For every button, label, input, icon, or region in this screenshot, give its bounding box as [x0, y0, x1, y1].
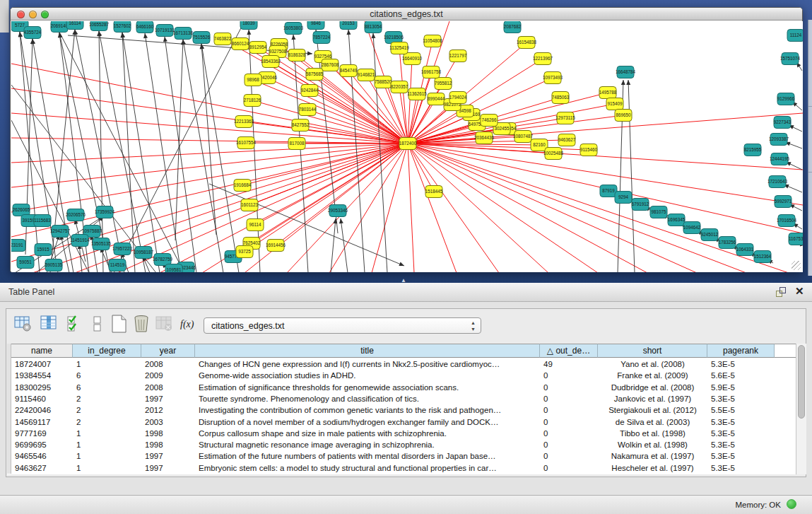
table-row[interactable]: 977716911998Corpus callosum shape and si…: [11, 428, 796, 440]
graph-node-label: 20364436: [474, 135, 495, 140]
table-row[interactable]: 969969511998Structural magnetic resonanc…: [11, 439, 796, 451]
graph-node-label: 1916684: [234, 182, 252, 187]
cell-year: 1997: [141, 393, 195, 405]
graph-edge[interactable]: [373, 33, 387, 272]
graph-edge[interactable]: [201, 44, 239, 272]
graph-edge[interactable]: [408, 144, 414, 272]
graph-node-label: 16154838: [517, 40, 537, 45]
graph-edge[interactable]: [114, 21, 245, 272]
column-header-in_degree[interactable]: in_degree: [73, 344, 141, 358]
table-row[interactable]: 2242004622012Investigating the contribut…: [11, 404, 796, 416]
cell-pagerank: 5.3E-5: [707, 358, 775, 370]
graph-node-label: 9463627: [558, 137, 576, 142]
graph-edge[interactable]: [408, 144, 598, 272]
table-row[interactable]: 911546021997Tourette syndrome. Phenomeno…: [11, 393, 796, 405]
graph-node-label: 869650: [616, 112, 631, 117]
column-header-pagerank[interactable]: pagerank: [707, 344, 775, 358]
float-panel-icon[interactable]: [776, 287, 787, 298]
memory-ok-indicator: [787, 499, 796, 509]
graph-node-label: 5875685: [306, 71, 324, 76]
graph-node-label: 9146821: [358, 72, 375, 77]
graph-node-label: 11325419: [389, 45, 409, 50]
table-settings-button[interactable]: [13, 314, 35, 337]
cell-out_de: 49: [540, 358, 598, 370]
graph-edge[interactable]: [253, 80, 408, 144]
graph-edge[interactable]: [341, 218, 348, 272]
graph-node-label: 1221797: [449, 53, 467, 58]
table-chooser-dropdown[interactable]: citations_edges.txt ▲▼: [204, 317, 481, 334]
table-row[interactable]: 1872400712008Changes of HCN gene express…: [11, 358, 796, 370]
network-window-titlebar[interactable]: citations_edges.txt: [11, 8, 802, 21]
delete-column-button[interactable]: [132, 314, 153, 337]
memory-status-label: Memory: OK: [735, 501, 781, 509]
graph-node-label: 1696345: [668, 217, 686, 222]
table-row[interactable]: 1830029562008Estimation of significance …: [11, 382, 796, 394]
cell-out_de: 0: [540, 382, 598, 394]
graph-edge[interactable]: [11, 144, 408, 237]
graph-edge[interactable]: [408, 144, 789, 272]
graph-edge[interactable]: [11, 144, 408, 212]
cell-name: 9777169: [11, 428, 73, 440]
scrollbar-thumb[interactable]: [798, 345, 805, 419]
column-header-out_de[interactable]: △ out_de…: [540, 344, 598, 358]
graph-node-label: 8220357: [391, 84, 408, 89]
graph-edge[interactable]: [408, 144, 647, 272]
cell-out_de: 0: [540, 462, 598, 474]
graph-edge[interactable]: [242, 144, 408, 185]
graph-edge[interactable]: [165, 37, 196, 272]
cell-short: Nakamura et al. (1997): [598, 450, 707, 462]
graph-edge[interactable]: [408, 144, 457, 272]
close-panel-icon[interactable]: ✕: [795, 285, 804, 298]
table-row[interactable]: 946362711997Embryonic stem cells: a mode…: [11, 462, 796, 474]
graph-node-label: 8186328: [288, 52, 306, 57]
graph-node-label: 5905135: [45, 262, 63, 267]
new-column-button[interactable]: [110, 314, 131, 337]
show-column-button[interactable]: [40, 314, 61, 337]
graph-edge[interactable]: [183, 40, 223, 272]
graph-edge[interactable]: [117, 144, 408, 272]
graph-edge[interactable]: [408, 144, 499, 272]
function-builder-button[interactable]: f(x): [180, 319, 201, 341]
graph-node-label: 12942757: [50, 228, 71, 233]
graph-node-label: 17957223: [112, 246, 133, 251]
cell-title: Estimation of significance thresholds fo…: [195, 382, 540, 394]
graph-edge[interactable]: [99, 31, 146, 272]
graph-node-label: 10655287: [89, 22, 110, 27]
cell-short: Franke et al. (2009): [598, 370, 707, 382]
table-row[interactable]: 1456911722003Disruption of a novel membe…: [11, 416, 796, 428]
window-resize-grip[interactable]: [792, 261, 801, 270]
network-canvas[interactable]: 5727435572420691401611410655287152760264…: [11, 21, 803, 272]
graph-edge[interactable]: [160, 144, 408, 272]
graph-node-label: 11362615: [407, 91, 427, 96]
graph-node-label: 93725: [238, 249, 251, 254]
graph-node-label: 16914456: [266, 243, 286, 247]
column-header-title[interactable]: title: [195, 344, 540, 358]
graph-node-label: 17210643: [767, 179, 788, 184]
cell-name: 9465546: [11, 450, 73, 462]
graph-node-label: 817008: [289, 141, 305, 146]
column-header-short[interactable]: short: [598, 344, 707, 358]
unselect-all-button[interactable]: [88, 314, 110, 337]
cell-title: Structural magnetic resonance image aver…: [195, 439, 540, 451]
graph-edge[interactable]: [271, 62, 408, 144]
graph-node-label: 17016504: [777, 218, 797, 223]
graph-node-label: 13505135: [91, 241, 112, 246]
cell-in_degree: 2: [73, 404, 141, 416]
graph-node-label: 8912954: [249, 45, 267, 49]
table-vertical-scrollbar[interactable]: [796, 344, 806, 474]
column-header-name[interactable]: name: [11, 344, 73, 358]
cell-title: Disruption of a novel member of a sodium…: [195, 416, 540, 428]
graph-node-label: 16713138: [173, 30, 194, 35]
cell-out_de: 0: [540, 439, 598, 451]
table-row[interactable]: 946554611997Estimation of the future num…: [11, 450, 796, 462]
graph-node-label: 2867608: [322, 62, 339, 67]
graph-node-label: 7463822: [214, 36, 232, 41]
graph-edge[interactable]: [20, 32, 40, 272]
column-header-year[interactable]: year: [141, 344, 195, 358]
select-all-button[interactable]: [66, 314, 87, 337]
graph-edge[interactable]: [201, 44, 216, 235]
divider: [808, 106, 812, 107]
graph-edge[interactable]: [310, 90, 408, 144]
graph-node-label: 7857224: [313, 35, 331, 40]
table-row[interactable]: 1938455462009Genome-wide association stu…: [11, 370, 796, 382]
